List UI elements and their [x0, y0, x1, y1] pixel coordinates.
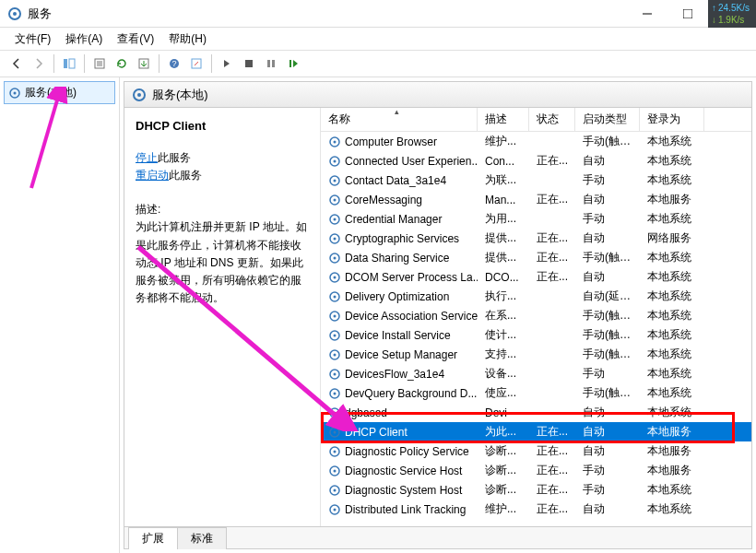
help-button[interactable]: ? — [164, 53, 184, 74]
service-row[interactable]: Device Install Service使计...手动(触发...本地系统 — [321, 325, 751, 345]
main-panel: 服务(本地) DHCP Client 停止此服务 重启动此服务 描述: 为此计算… — [124, 81, 752, 549]
service-row[interactable]: Data Sharing Service提供...正在...手动(触发...本地… — [321, 248, 751, 267]
service-row[interactable]: DevicesFlow_3a1e4设备...手动本地系统 — [321, 364, 751, 383]
cell-desc: Devi — [478, 406, 529, 419]
cell-logon: 本地服务 — [640, 463, 704, 478]
service-row[interactable]: Delivery Optimization执行...自动(延迟...本地系统 — [321, 287, 751, 306]
panel-body: DHCP Client 停止此服务 重启动此服务 描述: 为此计算机注册并更新 … — [124, 108, 751, 526]
col-header-logon[interactable]: 登录为 — [640, 108, 704, 131]
svg-rect-10 — [245, 60, 253, 67]
cell-logon: 本地系统 — [640, 153, 704, 169]
cell-start: 自动 — [575, 269, 640, 285]
desc-text: 为此计算机注册并更新 IP 地址。如果此服务停止，计算机将不能接收动态 IP 地… — [136, 218, 309, 307]
tab-standard[interactable]: 标准 — [177, 527, 227, 549]
menu-view[interactable]: 查看(V) — [110, 29, 161, 50]
detail-column: DHCP Client 停止此服务 重启动此服务 描述: 为此计算机注册并更新 … — [124, 108, 320, 526]
cell-logon: 本地系统 — [640, 134, 704, 149]
panel-title: 服务(本地) — [152, 87, 208, 103]
cell-logon: 本地系统 — [640, 347, 704, 362]
list-body[interactable]: Computer Browser维护...手动(触发...本地系统Connect… — [321, 132, 751, 526]
service-row[interactable]: Contact Data_3a1e4为联...手动本地系统 — [321, 171, 751, 190]
service-row[interactable]: Diagnostic System Host诊断...正在...手动本地系统 — [321, 480, 751, 500]
service-row[interactable]: DevQuery Background D...使应...手动(触发...本地系… — [321, 383, 751, 403]
svg-point-21 — [334, 159, 337, 162]
cell-status: 正在... — [529, 443, 575, 459]
cell-start: 手动(触发... — [575, 308, 640, 324]
service-row[interactable]: Device Association Service在系...手动(触发...本… — [321, 306, 751, 325]
cell-start: 自动 — [575, 153, 640, 169]
gear-icon — [328, 271, 341, 284]
service-row[interactable]: Credential Manager为用...手动本地系统 — [321, 209, 751, 229]
col-header-start[interactable]: 启动类型 — [575, 108, 640, 131]
svg-rect-2 — [683, 9, 692, 18]
service-row[interactable]: dgbasedDevi自动本地系统 — [321, 403, 751, 422]
cell-start: 手动(触发... — [575, 385, 640, 401]
cell-desc: 维护... — [478, 501, 529, 517]
cell-logon: 本地系统 — [640, 308, 704, 324]
cell-name: DCOM Server Process La... — [321, 271, 478, 284]
cell-name: Distributed Link Tracking — [321, 503, 478, 516]
services-icon — [7, 6, 22, 21]
refresh-button[interactable] — [112, 53, 132, 74]
properties-button[interactable] — [89, 53, 110, 74]
menu-action[interactable]: 操作(A) — [58, 29, 110, 50]
cell-desc: 设备... — [478, 366, 529, 382]
svg-point-31 — [334, 256, 337, 259]
service-row[interactable]: Diagnostic Service Host诊断...正在...手动本地服务 — [321, 461, 751, 480]
start-service-button[interactable] — [217, 53, 237, 74]
service-row[interactable]: Connected User Experien...Con...正在...自动本… — [321, 151, 751, 171]
cell-logon: 本地系统 — [640, 288, 704, 304]
col-header-desc[interactable]: 描述 — [478, 108, 529, 131]
cell-logon: 本地系统 — [640, 366, 704, 382]
cell-desc: 执行... — [478, 288, 529, 304]
service-row[interactable]: Computer Browser维护...手动(触发...本地系统 — [321, 132, 751, 151]
svg-rect-4 — [69, 59, 75, 68]
cell-desc: 维护... — [478, 134, 529, 149]
gear-icon — [328, 310, 341, 323]
restart-service-button[interactable] — [283, 53, 303, 74]
menubar: 文件(F) 操作(A) 查看(V) 帮助(H) — [0, 28, 756, 50]
gear-icon — [328, 503, 341, 516]
cell-name: Diagnostic System Host — [321, 484, 478, 497]
pause-service-button[interactable] — [261, 53, 281, 74]
service-row[interactable]: Cryptographic Services提供...正在...自动网络服务 — [321, 229, 751, 248]
cell-start: 手动(触发... — [575, 250, 640, 265]
cell-name: Data Sharing Service — [321, 252, 478, 265]
menu-file[interactable]: 文件(F) — [7, 29, 58, 50]
service-row[interactable]: Device Setup Manager支持...手动(触发...本地系统 — [321, 345, 751, 364]
upload-speed: 24.5K/s — [712, 2, 752, 14]
cell-name: Delivery Optimization — [321, 290, 478, 303]
about-button[interactable] — [186, 53, 207, 74]
export-button[interactable] — [134, 53, 154, 74]
service-row[interactable]: Diagnostic Policy Service诊断...正在...自动本地服… — [321, 441, 751, 461]
gear-icon — [328, 252, 341, 265]
col-header-status[interactable]: 状态 — [529, 108, 575, 131]
service-row[interactable]: DHCP Client为此...正在...自动本地服务 — [321, 422, 751, 441]
svg-point-39 — [334, 334, 337, 336]
cell-logon: 本地系统 — [640, 482, 704, 498]
gear-icon — [328, 368, 341, 381]
cell-logon: 本地系统 — [640, 385, 704, 401]
tree-root-services[interactable]: 服务(本地) — [4, 81, 115, 104]
stop-link[interactable]: 停止 — [136, 151, 158, 164]
stop-service-button[interactable] — [239, 53, 259, 74]
svg-point-29 — [334, 237, 337, 240]
service-row[interactable]: Distributed Link Tracking维护...正在...自动本地系… — [321, 500, 751, 519]
maximize-button[interactable] — [667, 1, 708, 27]
service-row[interactable]: CoreMessagingMan...正在...自动本地服务 — [321, 190, 751, 209]
cell-logon: 本地系统 — [640, 269, 704, 285]
menu-help[interactable]: 帮助(H) — [161, 29, 214, 50]
forward-button[interactable] — [29, 53, 49, 74]
svg-point-25 — [334, 198, 337, 201]
tab-extended[interactable]: 扩展 — [128, 527, 178, 549]
gear-icon — [328, 194, 341, 206]
svg-point-49 — [334, 430, 337, 433]
cell-name: Diagnostic Policy Service — [321, 445, 478, 458]
col-header-name[interactable]: 名称 — [321, 108, 478, 131]
back-button[interactable] — [6, 53, 27, 74]
restart-link[interactable]: 重启动 — [136, 169, 169, 182]
view-columns-button[interactable] — [59, 53, 79, 74]
service-row[interactable]: DCOM Server Process La...DCO...正在...自动本地… — [321, 267, 751, 287]
minimize-button[interactable] — [627, 1, 667, 27]
cell-start: 手动 — [575, 366, 640, 382]
